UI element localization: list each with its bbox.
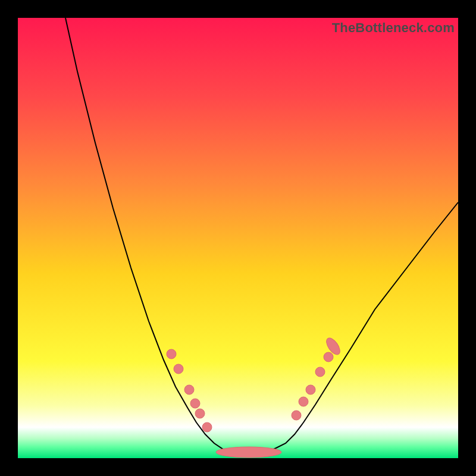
curve-layer <box>18 18 458 458</box>
plot-area: TheBottleneck.com <box>18 18 458 458</box>
chart-frame: TheBottleneck.com <box>0 0 476 476</box>
marker-flat-oval <box>216 447 281 458</box>
marker-dot <box>167 349 176 359</box>
marker-dot <box>174 364 183 374</box>
marker-dot <box>202 422 212 432</box>
marker-dot <box>292 411 301 420</box>
marker-flat <box>216 447 281 458</box>
marker-dot <box>184 385 194 394</box>
marker-dot <box>324 352 333 362</box>
valley-curve <box>65 18 458 452</box>
watermark-label: TheBottleneck.com <box>332 20 455 36</box>
marker-dot <box>299 397 308 406</box>
marker-dot <box>315 367 325 377</box>
markers-left <box>167 349 212 432</box>
marker-dot <box>306 385 315 394</box>
marker-dot <box>190 399 200 408</box>
marker-dot <box>195 409 205 418</box>
